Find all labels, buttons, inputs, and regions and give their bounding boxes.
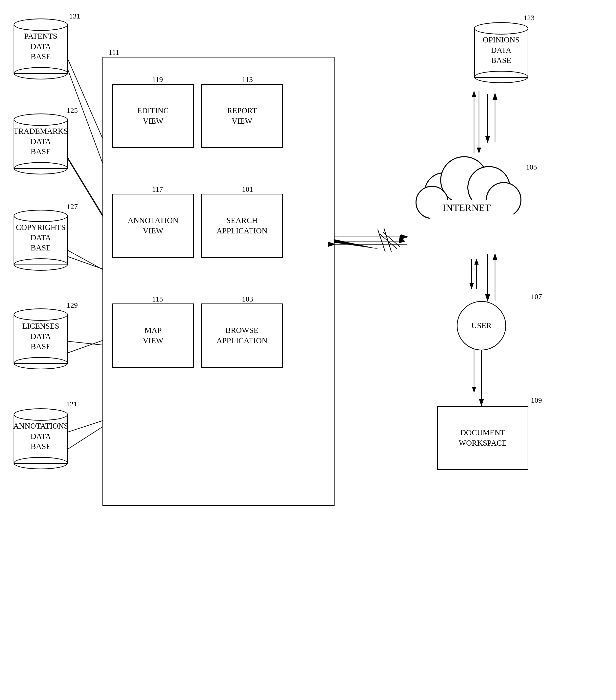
ref-125: 125 (67, 106, 78, 114)
ref-101: 101 (242, 185, 253, 193)
ref-103: 103 (242, 295, 253, 303)
ref-107: 107 (531, 292, 542, 301)
browse-application-label: BROWSEAPPLICATION (217, 325, 267, 346)
annotations-db-label: ANNOTATIONSDATABASE (13, 421, 68, 452)
ref-111: 111 (109, 48, 119, 57)
user-circle: USER (457, 301, 506, 350)
user-label: USER (471, 321, 492, 331)
opinions-db: OPINIONSDATABASE (474, 22, 528, 78)
editing-view-label: EDITINGVIEW (137, 105, 169, 126)
annotation-view-box: ANNOTATIONVIEW (112, 194, 194, 258)
editing-view-box: EDITINGVIEW (112, 84, 194, 148)
ref-131: 131 (69, 12, 80, 20)
svg-line-9 (380, 234, 397, 249)
annotation-view-label: ANNOTATIONVIEW (128, 215, 178, 236)
browse-application-box: BROWSEAPPLICATION (201, 303, 283, 368)
svg-line-5 (61, 247, 106, 272)
ref-121: 121 (66, 400, 77, 408)
svg-line-32 (68, 340, 102, 353)
svg-line-33 (68, 427, 102, 449)
svg-text:INTERNET: INTERNET (442, 202, 491, 213)
document-workspace-label: DOCUMENTWORKSPACE (459, 428, 507, 448)
svg-line-29 (68, 59, 102, 138)
map-view-box: MAPVIEW (112, 303, 194, 368)
ref-123: 123 (523, 14, 534, 22)
trademarks-db-label: TRADEMARKSDATABASE (14, 126, 68, 157)
report-view-label: REPORTVIEW (227, 105, 257, 126)
licenses-db: LICENSESDATABASE (14, 309, 68, 364)
svg-line-36 (378, 229, 385, 252)
map-view-label: MAPVIEW (143, 325, 163, 346)
ref-129: 129 (67, 301, 78, 309)
patents-db: PATENTSDATABASE (14, 18, 68, 74)
ref-117: 117 (152, 185, 163, 193)
svg-line-6 (61, 340, 106, 346)
svg-marker-12 (328, 239, 380, 249)
opinions-db-label: OPINIONSDATABASE (483, 35, 519, 66)
ref-109: 109 (531, 396, 542, 404)
trademarks-db: TRADEMARKSDATABASE (14, 113, 68, 169)
search-application-box: SEARCHAPPLICATION (201, 194, 283, 258)
svg-line-31 (68, 257, 102, 269)
svg-line-10 (383, 232, 400, 247)
ref-115: 115 (152, 295, 163, 303)
svg-line-37 (384, 228, 391, 252)
licenses-db-label: LICENSESDATABASE (22, 321, 59, 352)
ref-119: 119 (152, 75, 163, 84)
internet-cloud: INTERNET (405, 138, 528, 237)
document-workspace-box: DOCUMENTWORKSPACE (437, 406, 528, 470)
patents-db-label: PATENTSDATABASE (24, 31, 57, 62)
search-application-label: SEARCHAPPLICATION (217, 215, 267, 236)
report-view-box: REPORTVIEW (201, 84, 283, 148)
svg-marker-11 (399, 234, 405, 243)
ref-127: 127 (67, 202, 78, 211)
copyrights-db-label: COPYRIGHTSDATABASE (16, 222, 66, 253)
annotations-db: ANNOTATIONSDATABASE (14, 408, 68, 464)
svg-line-4 (61, 148, 106, 222)
ref-113: 113 (242, 75, 253, 84)
copyrights-db: COPYRIGHTSDATABASE (14, 210, 68, 265)
diagram: 131 PATENTSDATABASE 125 TRADEMARKSDATABA… (0, 0, 616, 700)
